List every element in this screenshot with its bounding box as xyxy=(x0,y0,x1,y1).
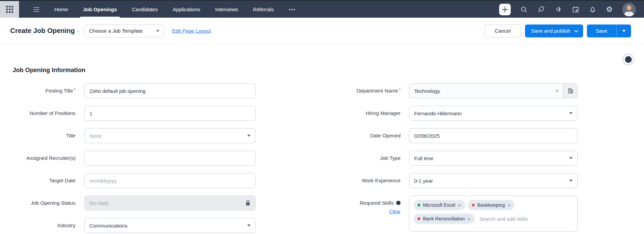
job-opening-status-value: On-Hold xyxy=(89,200,108,206)
target-date-label: Target Date xyxy=(10,177,75,184)
form-right-column: Department Name* × Hiring Manager xyxy=(335,83,578,232)
work-experience-select-value: 0-1 year xyxy=(414,178,433,184)
rocket-icon[interactable] xyxy=(537,5,545,13)
avatar[interactable] xyxy=(622,3,636,16)
clear-icon[interactable]: × xyxy=(555,88,559,94)
more-tabs-icon[interactable]: ••• xyxy=(289,1,296,18)
form-row: Job Type Full time xyxy=(335,151,578,166)
assigned-recruiters-label: Assigned Recruiter(s) xyxy=(10,155,75,162)
hiring-manager-label: Hiring Manager xyxy=(335,110,401,117)
form-row: Work Experience 0-1 year xyxy=(335,173,578,188)
nav-actions: ⚙ xyxy=(499,1,644,18)
skill-chip: Microsoft Excel × xyxy=(413,200,465,210)
title-dash: - xyxy=(78,28,79,34)
target-date-field xyxy=(84,173,256,188)
building-icon xyxy=(567,88,574,94)
save-and-publish-button[interactable]: Save and publish xyxy=(525,24,583,37)
nav-tab-referrals[interactable]: Referrals xyxy=(253,1,274,18)
job-type-label: Job Type xyxy=(335,155,401,162)
save-and-publish-label: Save and publish xyxy=(531,28,570,34)
menu-icon[interactable] xyxy=(33,7,39,12)
nav-tabs: Home Job Openings Candidates Application… xyxy=(54,1,296,18)
search-icon[interactable] xyxy=(520,6,528,13)
skill-chip-label: Microsoft Excel xyxy=(423,202,455,208)
hiring-manager-select[interactable]: Fernando Hillermann xyxy=(409,106,578,121)
chip-remove-icon[interactable]: × xyxy=(508,203,511,208)
target-date-input[interactable] xyxy=(89,178,251,184)
calendar-icon[interactable] xyxy=(572,6,579,13)
add-icon[interactable] xyxy=(499,4,511,15)
header-actions: Cancel Save and publish Save xyxy=(484,24,631,37)
number-of-positions-input[interactable] xyxy=(89,111,251,116)
skill-chip: Bookkeeping × xyxy=(468,200,515,210)
save-options-dropdown[interactable] xyxy=(616,24,631,37)
announcement-icon[interactable] xyxy=(555,5,562,13)
chip-remove-icon[interactable]: × xyxy=(468,216,471,221)
chevron-down-icon xyxy=(574,28,578,32)
job-opening-status-field: On-Hold xyxy=(84,196,256,211)
page-header: Create Job Opening - Choose a Job Templa… xyxy=(0,18,644,44)
department-name-label: Department Name* xyxy=(335,87,401,94)
form-row: Job Opening Status On-Hold xyxy=(10,196,256,211)
assigned-recruiters-field xyxy=(84,151,256,166)
skill-level-dot-icon xyxy=(472,204,475,206)
form-row: Target Date xyxy=(10,173,256,188)
required-skills-field[interactable]: Microsoft Excel × Bookkeeping × Bank Rec… xyxy=(409,196,578,232)
nav-tab-applications[interactable]: Applications xyxy=(173,1,200,18)
onboarding-pulse-indicator[interactable] xyxy=(623,54,634,65)
nav-tab-job-openings[interactable]: Job Openings xyxy=(83,1,117,18)
job-type-select[interactable]: Full time xyxy=(409,151,578,166)
assigned-recruiters-input[interactable] xyxy=(89,155,251,161)
job-template-dropdown[interactable]: Choose a Job Template xyxy=(84,24,165,37)
chevron-down-icon xyxy=(569,112,573,114)
posting-title-input[interactable] xyxy=(89,88,251,94)
required-skills-row: Required Skills Clear Microsoft Excel × … xyxy=(335,196,578,232)
skill-level-dot-icon xyxy=(418,217,420,220)
nav-tab-interviews[interactable]: Interviews xyxy=(215,1,238,18)
title-label: Title xyxy=(10,132,75,139)
skill-chip-label: Bookkeeping xyxy=(477,202,505,208)
save-button[interactable]: Save xyxy=(587,24,616,37)
work-experience-select[interactable]: 0-1 year xyxy=(409,173,578,188)
apps-grid-icon[interactable] xyxy=(0,1,19,18)
skill-chip: Bank Reconciliation × xyxy=(413,214,475,224)
required-skills-indicator-icon[interactable] xyxy=(396,201,401,205)
department-lookup-button[interactable] xyxy=(563,84,577,98)
department-name-field: × xyxy=(409,83,578,98)
section-title: Job Opening Information xyxy=(13,67,85,74)
clear-skills-link[interactable]: Clear xyxy=(389,209,401,214)
gear-icon[interactable]: ⚙ xyxy=(606,6,613,13)
chevron-down-icon xyxy=(247,224,251,227)
hiring-manager-select-value: Fernando Hillermann xyxy=(414,111,462,116)
industry-select[interactable]: Communications xyxy=(84,218,256,233)
form-row: Number of Positions xyxy=(10,106,256,121)
skills-search-placeholder[interactable]: Search and add skills xyxy=(479,214,528,224)
required-skills-label: Required Skills xyxy=(360,200,394,206)
form-row: Posting Title* xyxy=(10,83,256,98)
cancel-button[interactable]: Cancel xyxy=(484,24,521,37)
date-opened-input[interactable] xyxy=(414,133,573,139)
apps-grid-glyph xyxy=(6,6,13,13)
department-name-input[interactable] xyxy=(414,88,551,94)
pulse-dot-icon xyxy=(625,56,632,63)
posting-title-field xyxy=(84,83,256,98)
date-opened-field xyxy=(409,128,578,143)
required-asterisk: * xyxy=(74,87,75,93)
form-row: Hiring Manager Fernando Hillermann xyxy=(335,106,578,121)
page-title: Create Job Opening xyxy=(10,27,75,35)
caret-down-icon xyxy=(622,30,626,32)
nav-tab-home[interactable]: Home xyxy=(54,1,68,18)
chip-remove-icon[interactable]: × xyxy=(458,203,461,208)
number-of-positions-field xyxy=(84,106,256,121)
bell-icon[interactable] xyxy=(589,6,596,13)
edit-page-layout-link[interactable]: Edit Page Layout xyxy=(172,28,211,34)
form-row: Industry Communications xyxy=(10,218,256,233)
title-select[interactable]: None xyxy=(84,128,256,143)
job-template-dropdown-value: Choose a Job Template xyxy=(89,28,142,34)
form-row: Title None xyxy=(10,128,256,143)
save-split-button: Save xyxy=(587,24,631,37)
posting-title-label: Posting Title* xyxy=(10,87,75,94)
date-opened-label: Date Opened xyxy=(335,132,401,139)
title-select-value: None xyxy=(89,133,102,139)
nav-tab-candidates[interactable]: Candidates xyxy=(132,1,158,18)
